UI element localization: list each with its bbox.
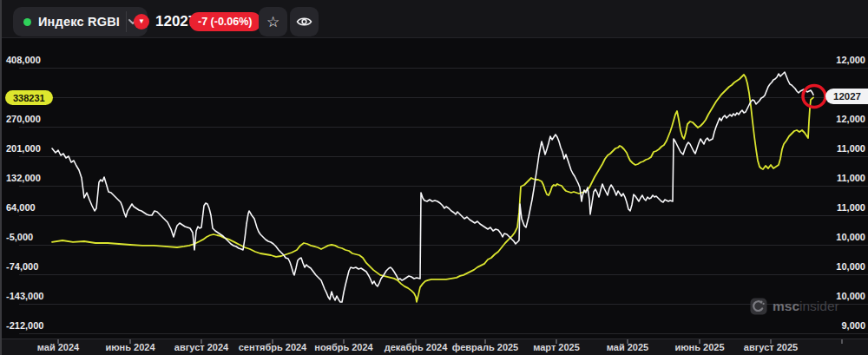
gridline	[19, 304, 868, 305]
x-axis-label: июнь 2025	[674, 342, 724, 352]
y-axis-label-right: 11,000	[837, 201, 865, 214]
x-axis-label: август 2024	[174, 342, 228, 352]
gridline	[19, 156, 868, 157]
watermark-text-light: insider	[799, 299, 839, 314]
x-axis-tick	[841, 339, 843, 344]
eye-icon	[296, 16, 312, 28]
gridline	[19, 186, 868, 187]
y-axis-label-left: 270,000	[6, 113, 41, 125]
star-icon: ☆	[266, 13, 279, 31]
header-divider	[126, 11, 127, 32]
chart-panel: 408,00012,000270,00012,000201,00011,0001…	[0, 0, 868, 355]
favorite-button[interactable]: ☆	[259, 7, 287, 36]
gridline	[19, 333, 868, 334]
gridline	[19, 215, 868, 216]
x-axis-label: сентябрь 2024	[239, 342, 307, 352]
plot-area[interactable]	[2, 38, 868, 339]
y-axis-label-left: 201,000	[6, 142, 41, 154]
x-axis-label: декабрь 2024	[385, 342, 448, 352]
y-axis-label-right: 9,000	[841, 319, 865, 332]
gridline	[19, 274, 868, 275]
x-axis-label: март 2025	[533, 342, 580, 352]
y-axis-label-left: 132,000	[6, 172, 41, 184]
msc-insider-logo-icon	[750, 298, 767, 315]
x-axis-label: ноябрь 2024	[314, 342, 372, 352]
down-arrow-badge: ▼	[134, 14, 149, 30]
x-axis-label: август 2025	[744, 342, 798, 352]
y-axis-label-right: 10,000	[836, 231, 865, 243]
y-axis-label-left: -74,000	[6, 260, 38, 273]
index-last-price-pill: 12027	[825, 89, 868, 104]
y-axis-label-left: -212,000	[6, 319, 43, 332]
x-axis-label: июнь 2024	[105, 342, 155, 352]
toolbar: Индекс RGBI ▼ 12027 -7 (-0.06%) ☆	[2, 0, 868, 38]
instrument-selector[interactable]: Индекс RGBI	[13, 7, 148, 36]
watermark: mscinsider	[750, 298, 839, 315]
gridline	[19, 97, 868, 98]
y-axis-label-left: -143,000	[6, 290, 43, 302]
x-axis-label: май 2025	[607, 342, 648, 352]
watchlist-button[interactable]	[290, 7, 319, 36]
market-open-dot	[23, 18, 31, 26]
y-axis-label-right: 10,000	[836, 290, 865, 302]
yellow-series-value-pill: 338231	[5, 90, 53, 105]
x-axis-label: май 2024	[37, 342, 79, 352]
y-axis-label-right: 11,000	[837, 172, 865, 184]
y-axis-label-right: 11,000	[837, 142, 865, 154]
watermark-text-bold: msc	[773, 299, 799, 314]
gridline	[19, 127, 868, 128]
gridline	[19, 68, 868, 69]
y-axis-label-right: 12,000	[836, 54, 865, 66]
y-axis-label-right: 12,000	[836, 113, 865, 125]
instrument-name: Индекс RGBI	[38, 15, 120, 29]
y-axis-label-left: 64,000	[6, 201, 36, 214]
x-axis-label: февраль 2025	[452, 342, 518, 352]
time-axis[interactable]: май 2024июнь 2024август 2024сентябрь 202…	[2, 339, 868, 355]
y-axis-label-left: 408,000	[6, 54, 41, 66]
y-axis-label-right: 10,000	[836, 260, 865, 273]
price-change-badge: -7 (-0.06%)	[189, 12, 261, 31]
y-axis-label-left: -5,000	[6, 231, 33, 243]
gridline	[19, 245, 868, 246]
